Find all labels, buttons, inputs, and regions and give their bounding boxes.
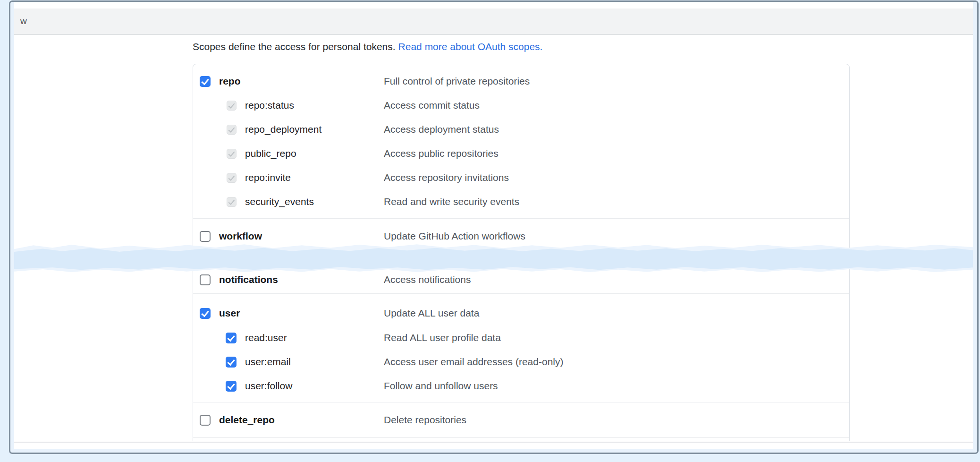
scope-description: Full control of private repositories [384, 76, 530, 87]
scope-row-repo: repo Full control of private repositorie… [193, 74, 849, 88]
group-divider [193, 293, 849, 294]
checkbox-repo-status [227, 101, 237, 111]
scope-label[interactable]: user:follow [245, 380, 292, 392]
toolbar-bar: w [14, 9, 973, 35]
group-divider [193, 402, 849, 402]
intro-text: Scopes define the access for personal to… [193, 41, 396, 52]
scope-row-public-repo: public_repo Access public repositories [193, 146, 849, 161]
checkbox-repo-deployment [227, 125, 237, 135]
toolbar-label: w [20, 16, 27, 26]
scope-description: Update ALL user data [384, 308, 479, 319]
group-divider [193, 437, 849, 438]
scope-description: Update GitHub Action workflows [384, 231, 525, 242]
scope-label: repo:invite [245, 172, 291, 183]
scope-row-read-user: read:user Read ALL user profile data [193, 331, 849, 345]
scope-row-user-follow: user:follow Follow and unfollow users [193, 379, 849, 393]
checkbox-security-events [227, 197, 237, 207]
scope-label[interactable]: read:user [245, 332, 287, 343]
scope-description: Access public repositories [384, 148, 498, 159]
scope-row-repo-deployment: repo_deployment Access deployment status [193, 122, 849, 137]
scope-row-repo-status: repo:status Access commit status [193, 98, 849, 112]
scope-label: repo:status [245, 100, 294, 111]
checkbox-user[interactable] [200, 308, 211, 319]
checkbox-workflow[interactable] [200, 231, 211, 242]
scope-description: Access notifications [384, 274, 471, 285]
torn-edge [14, 246, 973, 272]
oauth-scopes-link[interactable]: Read more about OAuth scopes. [398, 41, 543, 52]
checkbox-user-email[interactable] [226, 357, 237, 368]
scope-row-delete-repo: delete_repo Delete repositories [193, 413, 849, 427]
content-bottom-border [14, 442, 973, 443]
scope-label[interactable]: user:email [245, 356, 291, 368]
scopes-intro: Scopes define the access for personal to… [193, 40, 901, 53]
scope-label[interactable]: delete_repo [219, 414, 275, 426]
checkbox-public-repo [227, 149, 237, 159]
scope-label[interactable]: notifications [219, 274, 278, 285]
checkbox-user-follow[interactable] [226, 381, 237, 392]
scope-description: Access commit status [384, 100, 480, 111]
scope-label: public_repo [245, 148, 296, 159]
scope-label: repo_deployment [245, 124, 321, 135]
screenshot-stage: w Scopes define the access for personal … [0, 0, 980, 462]
scope-label[interactable]: user [219, 308, 240, 319]
scope-description: Delete repositories [384, 414, 466, 426]
scope-description: Access user email addresses (read-only) [384, 356, 563, 368]
checkbox-read-user[interactable] [226, 333, 237, 343]
scope-row-notifications: notifications Access notifications [193, 273, 849, 287]
scope-row-workflow: workflow Update GitHub Action workflows [193, 229, 849, 243]
scope-label[interactable]: workflow [219, 231, 262, 242]
scope-row-security-events: security_events Read and write security … [193, 195, 849, 209]
scope-label[interactable]: repo [219, 76, 241, 87]
scope-description: Read ALL user profile data [384, 332, 501, 343]
checkbox-repo[interactable] [200, 76, 211, 87]
group-divider [193, 218, 849, 219]
checkbox-delete-repo[interactable] [200, 415, 211, 426]
scope-label: security_events [245, 196, 314, 207]
scope-description: Read and write security events [384, 196, 519, 207]
scope-row-user: user Update ALL user data [193, 306, 849, 320]
scope-row-repo-invite: repo:invite Access repository invitation… [193, 171, 849, 185]
checkbox-repo-invite [227, 173, 237, 183]
scope-row-user-email: user:email Access user email addresses (… [193, 355, 849, 369]
scope-description: Follow and unfollow users [384, 380, 498, 392]
scope-description: Access deployment status [384, 124, 499, 135]
scope-description: Access repository invitations [384, 172, 509, 183]
checkbox-notifications[interactable] [200, 274, 211, 285]
